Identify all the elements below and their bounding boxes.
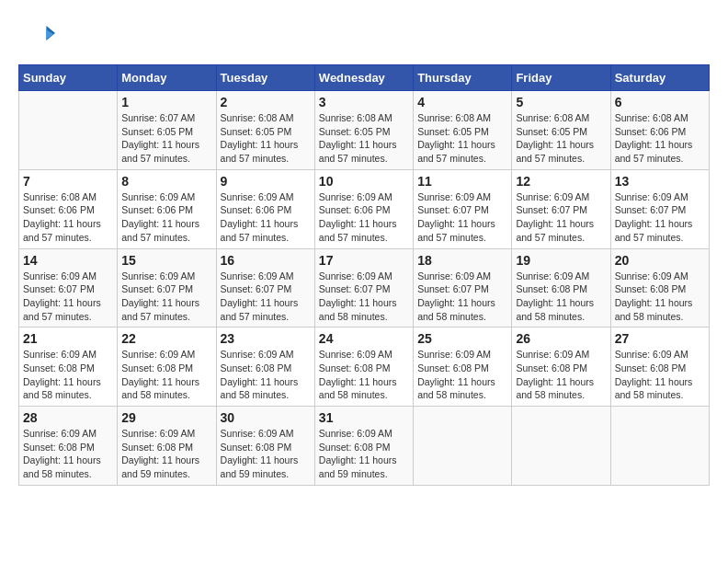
calendar-cell: 10Sunrise: 6:09 AMSunset: 6:06 PMDayligh… (314, 169, 413, 248)
day-info: Sunrise: 6:08 AMSunset: 6:05 PMDaylight:… (221, 111, 311, 166)
calendar-cell (610, 407, 709, 486)
day-number: 3 (319, 95, 409, 109)
header-day-wednesday: Wednesday (314, 65, 413, 91)
day-number: 4 (417, 95, 507, 109)
calendar-week-row: 1Sunrise: 6:07 AMSunset: 6:05 PMDaylight… (19, 91, 710, 170)
calendar-cell: 26Sunrise: 6:09 AMSunset: 6:08 PMDayligh… (512, 327, 610, 407)
day-info: Sunrise: 6:09 AMSunset: 6:06 PMDaylight:… (221, 190, 311, 245)
day-info: Sunrise: 6:09 AMSunset: 6:07 PMDaylight:… (221, 270, 311, 324)
calendar-cell (414, 407, 512, 486)
day-number: 16 (221, 253, 311, 268)
day-info: Sunrise: 6:09 AMSunset: 6:07 PMDaylight:… (121, 270, 211, 324)
calendar-cell: 19Sunrise: 6:09 AMSunset: 6:08 PMDayligh… (512, 248, 610, 327)
day-number: 27 (615, 331, 705, 346)
day-number: 15 (121, 253, 211, 268)
day-info: Sunrise: 6:09 AMSunset: 6:08 PMDaylight:… (319, 427, 409, 481)
day-info: Sunrise: 6:09 AMSunset: 6:08 PMDaylight:… (516, 270, 606, 324)
day-info: Sunrise: 6:09 AMSunset: 6:07 PMDaylight:… (23, 270, 113, 324)
calendar-cell: 25Sunrise: 6:09 AMSunset: 6:08 PMDayligh… (414, 327, 512, 407)
calendar-cell: 9Sunrise: 6:09 AMSunset: 6:06 PMDaylight… (216, 169, 314, 248)
day-number: 5 (516, 95, 606, 109)
calendar-cell: 12Sunrise: 6:09 AMSunset: 6:07 PMDayligh… (512, 169, 610, 248)
day-info: Sunrise: 6:09 AMSunset: 6:08 PMDaylight:… (221, 348, 311, 402)
day-number: 24 (319, 331, 409, 346)
calendar-week-row: 7Sunrise: 6:08 AMSunset: 6:06 PMDaylight… (19, 169, 710, 248)
day-info: Sunrise: 6:09 AMSunset: 6:08 PMDaylight:… (23, 348, 113, 402)
header-day-monday: Monday (118, 65, 216, 91)
day-number: 6 (615, 95, 705, 109)
calendar-cell: 1Sunrise: 6:07 AMSunset: 6:05 PMDaylight… (118, 91, 216, 170)
day-number: 2 (221, 95, 311, 109)
calendar-cell: 30Sunrise: 6:09 AMSunset: 6:08 PMDayligh… (216, 407, 314, 486)
day-info: Sunrise: 6:09 AMSunset: 6:07 PMDaylight:… (615, 190, 705, 245)
day-info: Sunrise: 6:09 AMSunset: 6:08 PMDaylight:… (319, 348, 409, 402)
header-day-tuesday: Tuesday (216, 65, 314, 91)
calendar-cell: 20Sunrise: 6:09 AMSunset: 6:08 PMDayligh… (610, 248, 709, 327)
day-info: Sunrise: 6:09 AMSunset: 6:06 PMDaylight:… (121, 190, 211, 245)
calendar-week-row: 14Sunrise: 6:09 AMSunset: 6:07 PMDayligh… (19, 248, 710, 327)
day-number: 11 (417, 174, 507, 189)
day-info: Sunrise: 6:08 AMSunset: 6:05 PMDaylight:… (417, 111, 507, 166)
calendar-table: SundayMondayTuesdayWednesdayThursdayFrid… (18, 64, 710, 486)
day-info: Sunrise: 6:09 AMSunset: 6:07 PMDaylight:… (417, 270, 507, 324)
calendar-cell: 15Sunrise: 6:09 AMSunset: 6:07 PMDayligh… (118, 248, 216, 327)
calendar-cell: 4Sunrise: 6:08 AMSunset: 6:05 PMDaylight… (414, 91, 512, 170)
calendar-cell: 14Sunrise: 6:09 AMSunset: 6:07 PMDayligh… (19, 248, 118, 327)
day-info: Sunrise: 6:09 AMSunset: 6:08 PMDaylight:… (417, 348, 507, 402)
day-number: 29 (121, 410, 211, 425)
day-number: 17 (319, 253, 409, 268)
calendar-cell: 13Sunrise: 6:09 AMSunset: 6:07 PMDayligh… (610, 169, 709, 248)
day-number: 30 (221, 410, 311, 425)
calendar-cell (19, 91, 118, 170)
calendar-cell: 31Sunrise: 6:09 AMSunset: 6:08 PMDayligh… (314, 407, 413, 486)
calendar-cell (512, 407, 610, 486)
day-number: 23 (221, 331, 311, 346)
day-info: Sunrise: 6:09 AMSunset: 6:08 PMDaylight:… (23, 427, 113, 481)
day-info: Sunrise: 6:09 AMSunset: 6:07 PMDaylight:… (516, 190, 606, 245)
header-day-thursday: Thursday (414, 65, 512, 91)
calendar-cell: 2Sunrise: 6:08 AMSunset: 6:05 PMDaylight… (216, 91, 314, 170)
calendar-cell: 16Sunrise: 6:09 AMSunset: 6:07 PMDayligh… (216, 248, 314, 327)
day-number: 12 (516, 174, 606, 189)
day-info: Sunrise: 6:09 AMSunset: 6:08 PMDaylight:… (121, 348, 211, 402)
day-info: Sunrise: 6:09 AMSunset: 6:07 PMDaylight:… (319, 270, 409, 324)
day-number: 10 (319, 174, 409, 189)
calendar-week-row: 28Sunrise: 6:09 AMSunset: 6:08 PMDayligh… (19, 407, 710, 486)
calendar-cell: 17Sunrise: 6:09 AMSunset: 6:07 PMDayligh… (314, 248, 413, 327)
day-number: 25 (417, 331, 507, 346)
calendar-cell: 23Sunrise: 6:09 AMSunset: 6:08 PMDayligh… (216, 327, 314, 407)
day-info: Sunrise: 6:09 AMSunset: 6:07 PMDaylight:… (417, 190, 507, 245)
day-info: Sunrise: 6:08 AMSunset: 6:05 PMDaylight:… (319, 111, 409, 166)
header-day-saturday: Saturday (610, 65, 709, 91)
calendar-cell: 28Sunrise: 6:09 AMSunset: 6:08 PMDayligh… (19, 407, 118, 486)
day-info: Sunrise: 6:09 AMSunset: 6:08 PMDaylight:… (121, 427, 211, 481)
calendar-cell: 3Sunrise: 6:08 AMSunset: 6:05 PMDaylight… (314, 91, 413, 170)
calendar-cell: 11Sunrise: 6:09 AMSunset: 6:07 PMDayligh… (414, 169, 512, 248)
calendar-cell: 22Sunrise: 6:09 AMSunset: 6:08 PMDayligh… (118, 327, 216, 407)
day-number: 22 (121, 331, 211, 346)
calendar-cell: 27Sunrise: 6:09 AMSunset: 6:08 PMDayligh… (610, 327, 709, 407)
calendar-cell: 21Sunrise: 6:09 AMSunset: 6:08 PMDayligh… (19, 327, 118, 407)
day-number: 21 (23, 331, 113, 346)
day-number: 20 (615, 253, 705, 268)
calendar-cell: 29Sunrise: 6:09 AMSunset: 6:08 PMDayligh… (118, 407, 216, 486)
calendar-cell: 8Sunrise: 6:09 AMSunset: 6:06 PMDaylight… (118, 169, 216, 248)
day-number: 28 (23, 410, 113, 425)
logo-icon (18, 18, 55, 55)
day-info: Sunrise: 6:09 AMSunset: 6:08 PMDaylight:… (615, 270, 705, 324)
day-number: 1 (121, 95, 211, 109)
header-day-sunday: Sunday (19, 65, 118, 91)
calendar-week-row: 21Sunrise: 6:09 AMSunset: 6:08 PMDayligh… (19, 327, 710, 407)
calendar-header-row: SundayMondayTuesdayWednesdayThursdayFrid… (19, 65, 710, 91)
day-number: 14 (23, 253, 113, 268)
calendar-cell: 24Sunrise: 6:09 AMSunset: 6:08 PMDayligh… (314, 327, 413, 407)
day-info: Sunrise: 6:09 AMSunset: 6:06 PMDaylight:… (319, 190, 409, 245)
day-number: 8 (121, 174, 211, 189)
day-number: 9 (221, 174, 311, 189)
calendar-cell: 18Sunrise: 6:09 AMSunset: 6:07 PMDayligh… (414, 248, 512, 327)
day-number: 18 (417, 253, 507, 268)
day-info: Sunrise: 6:08 AMSunset: 6:06 PMDaylight:… (615, 111, 705, 166)
page-header (18, 18, 710, 55)
day-info: Sunrise: 6:09 AMSunset: 6:08 PMDaylight:… (516, 348, 606, 402)
day-number: 19 (516, 253, 606, 268)
